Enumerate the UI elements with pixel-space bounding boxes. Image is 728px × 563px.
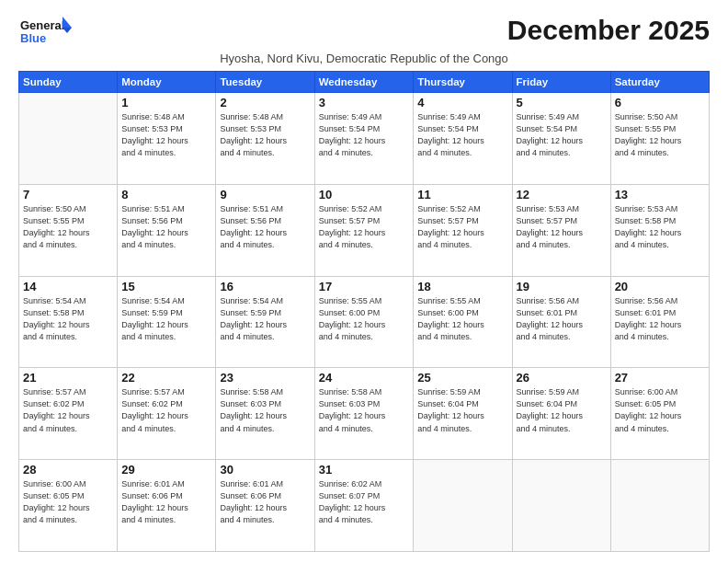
day-info: Sunrise: 5:54 AM Sunset: 5:59 PM Dayligh… (121, 295, 211, 343)
day-number: 10 (319, 188, 410, 201)
day-info: Sunrise: 5:49 AM Sunset: 5:54 PM Dayligh… (417, 111, 507, 159)
day-info: Sunrise: 5:53 AM Sunset: 5:58 PM Dayligh… (615, 203, 705, 251)
calendar-cell: 6Sunrise: 5:50 AM Sunset: 5:55 PM Daylig… (610, 93, 709, 185)
day-number: 22 (121, 371, 211, 385)
header-top: GeneralBlue December 2025 (18, 15, 710, 48)
calendar-cell: 9Sunrise: 5:51 AM Sunset: 5:56 PM Daylig… (216, 184, 314, 276)
day-info: Sunrise: 5:58 AM Sunset: 6:03 PM Dayligh… (319, 386, 410, 434)
calendar-cell: 19Sunrise: 5:56 AM Sunset: 6:01 PM Dayli… (512, 276, 610, 368)
day-info: Sunrise: 5:48 AM Sunset: 5:53 PM Dayligh… (121, 111, 211, 159)
day-number: 16 (220, 280, 310, 293)
day-info: Sunrise: 6:02 AM Sunset: 6:07 PM Dayligh… (319, 478, 410, 526)
subtitle: Hyosha, Nord Kivu, Democratic Republic o… (18, 52, 710, 65)
day-number: 24 (319, 371, 410, 385)
day-number: 15 (121, 280, 211, 293)
calendar-cell: 11Sunrise: 5:52 AM Sunset: 5:57 PM Dayli… (414, 184, 512, 276)
day-number: 11 (417, 188, 507, 201)
calendar-header-wednesday: Wednesday (314, 72, 414, 93)
day-info: Sunrise: 5:59 AM Sunset: 6:04 PM Dayligh… (417, 386, 507, 434)
day-info: Sunrise: 5:54 AM Sunset: 5:58 PM Dayligh… (23, 295, 113, 343)
day-number: 29 (121, 463, 211, 477)
calendar-cell: 21Sunrise: 5:57 AM Sunset: 6:02 PM Dayli… (19, 368, 118, 460)
calendar-cell: 15Sunrise: 5:54 AM Sunset: 5:59 PM Dayli… (118, 276, 216, 368)
day-number: 5 (517, 96, 607, 109)
month-title: December 2025 (507, 15, 710, 45)
day-info: Sunrise: 5:58 AM Sunset: 6:03 PM Dayligh… (220, 386, 310, 434)
day-number: 21 (23, 371, 113, 385)
day-number: 17 (319, 280, 410, 293)
day-number: 8 (121, 188, 211, 201)
logo-svg: GeneralBlue (18, 15, 74, 48)
calendar-header-thursday: Thursday (414, 72, 512, 93)
calendar-cell: 14Sunrise: 5:54 AM Sunset: 5:58 PM Dayli… (19, 276, 118, 368)
day-number: 6 (615, 96, 705, 109)
calendar-cell: 30Sunrise: 6:01 AM Sunset: 6:06 PM Dayli… (216, 460, 314, 552)
day-number: 31 (319, 463, 410, 477)
calendar-cell: 28Sunrise: 6:00 AM Sunset: 6:05 PM Dayli… (19, 460, 118, 552)
calendar-week-5: 28Sunrise: 6:00 AM Sunset: 6:05 PM Dayli… (19, 460, 710, 552)
calendar-cell: 20Sunrise: 5:56 AM Sunset: 6:01 PM Dayli… (610, 276, 709, 368)
calendar-header-friday: Friday (512, 72, 610, 93)
day-number: 4 (417, 96, 507, 109)
day-number: 27 (615, 371, 705, 385)
day-number: 28 (23, 463, 113, 477)
day-info: Sunrise: 6:00 AM Sunset: 6:05 PM Dayligh… (23, 478, 113, 526)
calendar-week-2: 7Sunrise: 5:50 AM Sunset: 5:55 PM Daylig… (19, 184, 710, 276)
day-info: Sunrise: 5:51 AM Sunset: 5:56 PM Dayligh… (121, 203, 211, 251)
calendar-cell (19, 93, 118, 185)
calendar-header-row: SundayMondayTuesdayWednesdayThursdayFrid… (19, 72, 710, 93)
calendar-cell: 23Sunrise: 5:58 AM Sunset: 6:03 PM Dayli… (216, 368, 314, 460)
day-number: 30 (220, 463, 310, 477)
svg-text:General: General (20, 18, 64, 32)
day-info: Sunrise: 6:00 AM Sunset: 6:05 PM Dayligh… (615, 386, 705, 434)
calendar-week-4: 21Sunrise: 5:57 AM Sunset: 6:02 PM Dayli… (19, 368, 710, 460)
day-number: 3 (319, 96, 410, 109)
day-number: 19 (517, 280, 607, 293)
calendar-cell: 1Sunrise: 5:48 AM Sunset: 5:53 PM Daylig… (118, 93, 216, 185)
day-number: 23 (220, 371, 310, 385)
calendar-cell: 31Sunrise: 6:02 AM Sunset: 6:07 PM Dayli… (314, 460, 414, 552)
day-info: Sunrise: 5:59 AM Sunset: 6:04 PM Dayligh… (517, 386, 607, 434)
day-number: 25 (417, 371, 507, 385)
day-info: Sunrise: 6:01 AM Sunset: 6:06 PM Dayligh… (121, 478, 211, 526)
day-number: 9 (220, 188, 310, 201)
svg-text:Blue: Blue (20, 31, 46, 45)
calendar-cell: 3Sunrise: 5:49 AM Sunset: 5:54 PM Daylig… (314, 93, 414, 185)
day-info: Sunrise: 5:56 AM Sunset: 6:01 PM Dayligh… (517, 295, 607, 343)
day-info: Sunrise: 5:50 AM Sunset: 5:55 PM Dayligh… (615, 111, 705, 159)
calendar-cell (610, 460, 709, 552)
day-info: Sunrise: 5:52 AM Sunset: 5:57 PM Dayligh… (417, 203, 507, 251)
calendar-cell: 10Sunrise: 5:52 AM Sunset: 5:57 PM Dayli… (314, 184, 414, 276)
day-info: Sunrise: 5:55 AM Sunset: 6:00 PM Dayligh… (319, 295, 410, 343)
day-number: 18 (417, 280, 507, 293)
day-info: Sunrise: 5:53 AM Sunset: 5:57 PM Dayligh… (517, 203, 607, 251)
calendar-cell (414, 460, 512, 552)
calendar-cell: 25Sunrise: 5:59 AM Sunset: 6:04 PM Dayli… (414, 368, 512, 460)
title-block: December 2025 (507, 15, 710, 45)
logo: GeneralBlue (18, 15, 74, 48)
calendar-cell: 7Sunrise: 5:50 AM Sunset: 5:55 PM Daylig… (19, 184, 118, 276)
day-number: 12 (517, 188, 607, 201)
day-number: 26 (517, 371, 607, 385)
day-number: 1 (121, 96, 211, 109)
calendar-cell: 17Sunrise: 5:55 AM Sunset: 6:00 PM Dayli… (314, 276, 414, 368)
calendar-cell: 16Sunrise: 5:54 AM Sunset: 5:59 PM Dayli… (216, 276, 314, 368)
day-number: 14 (23, 280, 113, 293)
calendar-cell: 27Sunrise: 6:00 AM Sunset: 6:05 PM Dayli… (610, 368, 709, 460)
calendar-cell: 2Sunrise: 5:48 AM Sunset: 5:53 PM Daylig… (216, 93, 314, 185)
day-info: Sunrise: 5:50 AM Sunset: 5:55 PM Dayligh… (23, 203, 113, 251)
day-number: 2 (220, 96, 310, 109)
day-info: Sunrise: 5:49 AM Sunset: 5:54 PM Dayligh… (319, 111, 410, 159)
day-info: Sunrise: 5:56 AM Sunset: 6:01 PM Dayligh… (615, 295, 705, 343)
calendar-header-sunday: Sunday (19, 72, 118, 93)
calendar-cell: 13Sunrise: 5:53 AM Sunset: 5:58 PM Dayli… (610, 184, 709, 276)
calendar-cell: 4Sunrise: 5:49 AM Sunset: 5:54 PM Daylig… (414, 93, 512, 185)
day-info: Sunrise: 6:01 AM Sunset: 6:06 PM Dayligh… (220, 478, 310, 526)
day-info: Sunrise: 5:55 AM Sunset: 6:00 PM Dayligh… (417, 295, 507, 343)
calendar-cell (512, 460, 610, 552)
calendar-cell: 8Sunrise: 5:51 AM Sunset: 5:56 PM Daylig… (118, 184, 216, 276)
calendar-cell: 29Sunrise: 6:01 AM Sunset: 6:06 PM Dayli… (118, 460, 216, 552)
day-info: Sunrise: 5:57 AM Sunset: 6:02 PM Dayligh… (121, 386, 211, 434)
day-number: 7 (23, 188, 113, 201)
calendar: SundayMondayTuesdayWednesdayThursdayFrid… (18, 71, 710, 552)
